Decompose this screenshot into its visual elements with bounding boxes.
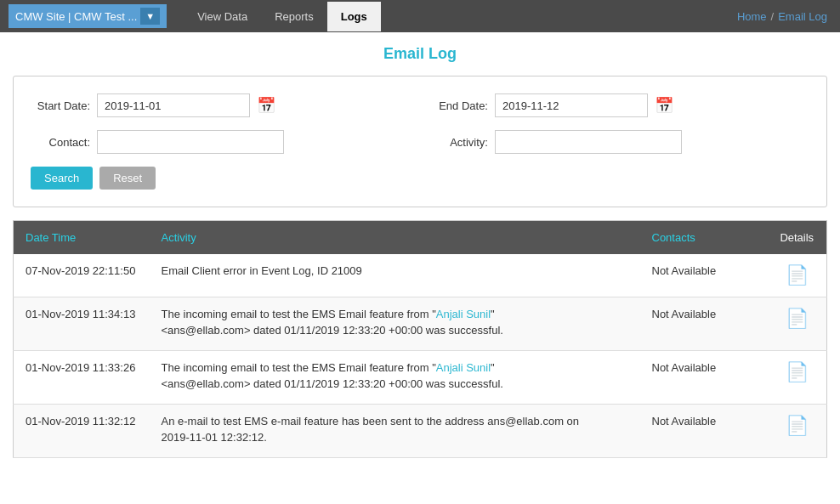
table-container: Date Time Activity Contacts Details 07-N… — [13, 220, 827, 458]
breadcrumb: Home / Email Log — [737, 10, 827, 23]
email-log-table: Date Time Activity Contacts Details 07-N… — [13, 220, 827, 458]
start-date-group: Start Date: 📅 — [31, 93, 411, 117]
details-icon[interactable]: 📄 — [786, 361, 809, 382]
activity-line1: The incoming email to test the EMS Email… — [162, 308, 628, 320]
start-date-input[interactable] — [97, 93, 250, 117]
table-header-row: Date Time Activity Contacts Details — [14, 221, 827, 255]
cell-details: 📄 — [768, 351, 827, 405]
activity-line2: <ans@ellab.com> dated 01/11/2019 12:33:2… — [162, 324, 628, 337]
col-header-contacts: Contacts — [640, 221, 768, 255]
col-header-activity: Activity — [150, 221, 640, 255]
activity-line1: An e-mail to test EMS e-mail feature has… — [162, 415, 628, 428]
page-title: Email Log — [0, 45, 840, 63]
navbar: CMW Site | CMW Test ... ▼ View Data Repo… — [0, 0, 840, 32]
details-icon[interactable]: 📄 — [786, 415, 809, 436]
filter-panel: Start Date: 📅 End Date: 📅 Contact: Activ… — [13, 76, 827, 207]
cell-datetime: 07-Nov-2019 22:11:50 — [14, 254, 150, 297]
table-row: 01-Nov-2019 11:34:13The incoming email t… — [14, 297, 827, 351]
contact-input[interactable] — [97, 130, 284, 154]
cell-datetime: 01-Nov-2019 11:34:13 — [14, 297, 150, 351]
cell-activity: Email Client error in Event Log, ID 2100… — [150, 254, 640, 297]
cell-activity: The incoming email to test the EMS Email… — [150, 297, 640, 351]
cell-contacts: Not Available — [640, 351, 768, 405]
cell-details: 📄 — [768, 405, 827, 458]
activity-line2: 2019-11-01 12:32:12. — [162, 431, 628, 444]
activity-line2: <ans@ellab.com> dated 01/11/2019 12:33:2… — [162, 377, 628, 390]
table-row: 01-Nov-2019 11:33:26The incoming email t… — [14, 351, 827, 405]
start-date-label: Start Date: — [31, 99, 90, 112]
cell-contacts: Not Available — [640, 297, 768, 351]
end-date-label: End Date: — [429, 99, 488, 112]
activity-line1: Email Client error in Event Log, ID 2100… — [162, 264, 628, 277]
cell-datetime: 01-Nov-2019 11:32:12 — [14, 405, 150, 458]
cell-details: 📄 — [768, 297, 827, 351]
contact-group: Contact: — [31, 130, 411, 154]
col-header-datetime: Date Time — [14, 221, 150, 255]
activity-group: Activity: — [429, 130, 809, 154]
cell-contacts: Not Available — [640, 405, 768, 458]
cell-activity: An e-mail to test EMS e-mail feature has… — [150, 405, 640, 458]
brand-label: CMW Site | CMW Test ... — [15, 10, 137, 23]
reset-button[interactable]: Reset — [99, 167, 156, 190]
table-header: Date Time Activity Contacts Details — [14, 221, 827, 255]
filter-row-contact-activity: Contact: Activity: — [31, 130, 809, 154]
details-icon[interactable]: 📄 — [786, 264, 809, 286]
end-date-calendar-icon[interactable]: 📅 — [655, 96, 673, 115]
table-body: 07-Nov-2019 22:11:50Email Client error i… — [14, 254, 827, 458]
nav-links: View Data Reports Logs — [184, 2, 381, 31]
nav-view-data[interactable]: View Data — [184, 2, 261, 31]
breadcrumb-current: Email Log — [778, 10, 827, 23]
table-row: 01-Nov-2019 11:32:12An e-mail to test EM… — [14, 405, 827, 458]
search-button[interactable]: Search — [31, 167, 93, 190]
contact-label: Contact: — [31, 136, 90, 149]
brand-dropdown-arrow[interactable]: ▼ — [140, 8, 160, 25]
col-header-details: Details — [768, 221, 827, 255]
cell-contacts: Not Available — [640, 254, 768, 297]
brand-button[interactable]: CMW Site | CMW Test ... ▼ — [9, 4, 167, 28]
cell-details: 📄 — [768, 254, 827, 297]
end-date-group: End Date: 📅 — [429, 93, 809, 117]
breadcrumb-home-link[interactable]: Home — [737, 10, 767, 23]
filter-btn-row: Search Reset — [31, 167, 809, 190]
table-row: 07-Nov-2019 22:11:50Email Client error i… — [14, 254, 827, 297]
filter-row-dates: Start Date: 📅 End Date: 📅 — [31, 93, 809, 117]
activity-line1: The incoming email to test the EMS Email… — [162, 361, 628, 374]
nav-reports[interactable]: Reports — [261, 2, 327, 31]
start-date-calendar-icon[interactable]: 📅 — [257, 96, 275, 115]
activity-contact-link[interactable]: Anjali Sunil — [436, 361, 491, 374]
details-icon[interactable]: 📄 — [786, 308, 809, 329]
nav-logs[interactable]: Logs — [327, 2, 381, 31]
activity-contact-link[interactable]: Anjali Sunil — [436, 308, 491, 320]
cell-activity: The incoming email to test the EMS Email… — [150, 351, 640, 405]
cell-datetime: 01-Nov-2019 11:33:26 — [14, 351, 150, 405]
activity-label: Activity: — [429, 136, 488, 149]
end-date-input[interactable] — [495, 93, 648, 117]
breadcrumb-separator: / — [771, 10, 775, 23]
activity-input[interactable] — [495, 130, 682, 154]
